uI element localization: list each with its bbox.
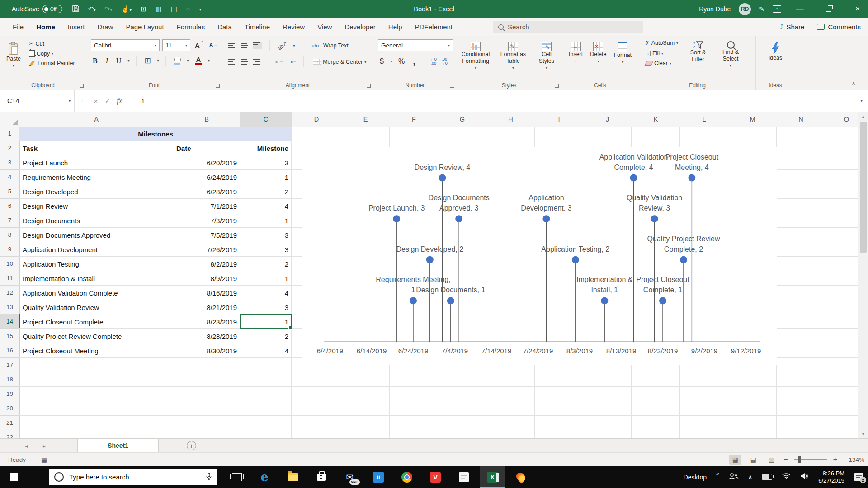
customize-qat-icon[interactable]: ▾ [199,7,202,12]
align-top-icon[interactable] [228,43,235,48]
cell-date-15[interactable]: 8/28/2019 [173,329,240,343]
increase-indent-icon[interactable]: ⇥≡ [288,59,296,65]
cell-milestone-11[interactable]: 1 [240,271,292,286]
fill-color-dropdown-icon[interactable]: ▾ [187,59,189,63]
cell-milestone-16[interactable]: 4 [240,343,292,358]
cell-date-10[interactable]: 8/2/2019 [173,257,240,271]
menu-tab-home[interactable]: Home [30,18,61,36]
chart-marker-2[interactable] [426,256,434,263]
cell-task-6[interactable]: Design Review [19,199,173,213]
people-icon[interactable] [729,473,739,482]
chart-marker-4[interactable] [447,297,454,304]
paste-dropdown-icon[interactable]: ▾ [13,62,14,69]
sort-filter-button[interactable]: AZ Sort & Filter ▾ [684,38,712,70]
new-sheet-button[interactable]: + [187,441,196,450]
align-center-icon[interactable] [241,59,248,65]
cell-date-13[interactable]: 8/21/2019 [173,300,240,314]
cell-task-11[interactable]: Implementation & Install [19,271,173,286]
cell-date-12[interactable]: 8/16/2019 [173,286,240,300]
next-sheet-icon[interactable]: ▸ [43,443,46,449]
desktop-toolbar[interactable]: Desktop [684,474,707,481]
cell-date-9[interactable]: 7/26/2019 [173,242,240,257]
merge-dropdown-icon[interactable]: ▾ [364,60,366,64]
column-header-J[interactable]: J [583,112,632,127]
row-header-11[interactable]: 11 [0,271,20,286]
microphone-icon[interactable] [206,473,212,482]
column-header-N[interactable]: N [777,112,826,127]
prev-sheet-icon[interactable]: ◂ [25,443,28,449]
column-header-C[interactable]: C [240,112,292,127]
store-button[interactable] [309,466,334,488]
menu-tab-review[interactable]: Review [276,18,311,36]
cell-task-3[interactable]: Project Launch [19,155,173,170]
minimize-button[interactable]: — [789,0,810,18]
number-format-select[interactable]: General ▾ [378,39,453,51]
user-name[interactable]: Ryan Dube [699,5,731,13]
percent-button[interactable]: % [396,56,406,66]
column-header-D[interactable]: D [292,112,342,127]
format-painter-button[interactable]: Format Painter [27,59,77,67]
active-cell-selection[interactable] [240,314,292,329]
orientation-dropdown-icon[interactable]: ▾ [293,44,295,48]
row-header-19[interactable]: 19 [0,387,20,401]
cell-task-14[interactable]: Project Closeout Complete [19,314,173,329]
column-header-G[interactable]: G [438,112,487,127]
column-header-H[interactable]: H [486,112,535,127]
delete-cells-button[interactable]: × Delete ▾ [588,39,608,66]
cell-date-14[interactable]: 8/23/2019 [173,314,240,329]
cell-milestone-7[interactable]: 1 [240,213,292,228]
decrease-font-button[interactable]: Aˇ [208,42,218,49]
clear-button[interactable]: Clear ▾ [644,59,680,67]
cell-date-16[interactable]: 8/30/2019 [173,343,240,358]
fill-handle[interactable] [288,326,292,330]
clipboard-dialog-launcher-icon[interactable] [80,84,84,88]
table-form-icon[interactable]: ▦ [155,5,161,13]
row-header-13[interactable]: 13 [0,300,20,314]
cell-milestone-9[interactable]: 3 [240,242,292,257]
menu-tab-page-layout[interactable]: Page Layout [119,18,170,36]
italic-button[interactable]: I [104,56,110,66]
close-button[interactable]: × [847,0,868,18]
row-header-3[interactable]: 3 [0,155,20,170]
comments-button[interactable]: Comments [817,23,861,31]
cell-date-4[interactable]: 6/24/2019 [173,170,240,184]
taskbar-search[interactable]: Type here to search [49,469,217,485]
new-table-icon[interactable]: ⊞ [141,5,146,13]
currency-button[interactable]: $ [378,56,386,66]
chart-marker-9[interactable] [630,174,637,182]
cell-milestone-8[interactable]: 3 [240,228,292,242]
row-header-1[interactable]: 1 [0,127,20,141]
copy-button[interactable]: Copy ▾ [27,49,77,58]
row-header-7[interactable]: 7 [0,213,20,228]
scroll-up-icon[interactable]: ▴ [858,112,868,121]
cell-task-10[interactable]: Application Testing [19,257,173,271]
increase-font-button[interactable]: Aˆ [193,42,205,49]
font-size-select[interactable]: 11 ▾ [162,39,190,51]
menu-tab-timeline[interactable]: Timeline [238,18,276,36]
decrease-indent-icon[interactable]: ⇤≡ [275,59,283,65]
styles-dialog-launcher-icon[interactable] [555,84,559,88]
chart-marker-1[interactable] [410,297,417,304]
column-header-O[interactable]: O [825,112,858,127]
page-break-view-button[interactable]: ▥ [765,455,777,465]
format-cells-button[interactable]: Format ▾ [612,39,633,66]
volume-icon[interactable] [800,473,809,481]
formula-input[interactable]: 1 [141,97,145,105]
cell-task-9[interactable]: Application Development [19,242,173,257]
cell-styles-button[interactable]: ✎ Cell Styles ▾ [532,39,561,71]
battery-icon[interactable] [762,474,772,480]
menu-tab-file[interactable]: File [6,18,30,36]
ink-pen-icon[interactable]: ✎ [759,5,764,13]
cell-header-date[interactable]: Date [173,141,240,155]
cell-date-3[interactable]: 6/20/2019 [173,155,240,170]
fill-color-button[interactable] [172,56,183,66]
task-view-button[interactable] [224,466,250,488]
cell-date-7[interactable]: 7/3/2019 [173,213,240,228]
cell-date-11[interactable]: 8/9/2019 [173,271,240,286]
cut-button[interactable]: ✂ Cut [27,39,77,48]
undo-icon[interactable]: ↶▾ [88,5,96,13]
comma-button[interactable]: , [411,55,417,67]
edge-button[interactable]: e [252,466,277,488]
number-dialog-launcher-icon[interactable] [450,84,454,88]
cell-task-7[interactable]: Design Documents [19,213,173,228]
